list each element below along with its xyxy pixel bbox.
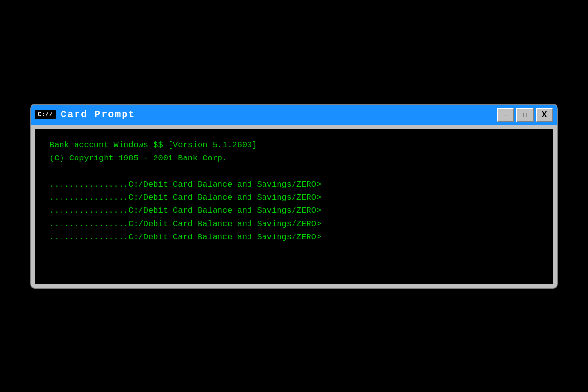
maximize-button[interactable]: □ <box>516 108 534 122</box>
terminal-spacer <box>49 165 539 178</box>
terminal-line-1: Bank account Windows $$ [Version 5.1.260… <box>49 139 539 152</box>
titlebar-title: Card Prompt <box>61 109 492 120</box>
terminal-prompt-1: ................C:/Debit Card Balance an… <box>49 178 539 191</box>
terminal-body: Bank account Windows $$ [Version 5.1.260… <box>35 129 553 284</box>
titlebar-buttons: ─ □ X <box>497 108 553 122</box>
terminal-prompt-2: ................C:/Debit Card Balance an… <box>49 191 539 204</box>
minimize-button[interactable]: ─ <box>497 108 514 122</box>
titlebar-icon: C:// <box>35 110 56 119</box>
titlebar: C:// Card Prompt ─ □ X <box>31 105 557 125</box>
window: C:// Card Prompt ─ □ X Bank account Wind… <box>30 104 558 289</box>
terminal-prompt-5: ................C:/Debit Card Balance an… <box>49 231 539 244</box>
terminal-prompt-4: ................C:/Debit Card Balance an… <box>49 218 539 231</box>
terminal-line-2: (C) Copyright 1985 - 2001 Bank Corp. <box>49 152 539 165</box>
close-button[interactable]: X <box>536 108 553 122</box>
terminal-prompt-3: ................C:/Debit Card Balance an… <box>49 204 539 217</box>
